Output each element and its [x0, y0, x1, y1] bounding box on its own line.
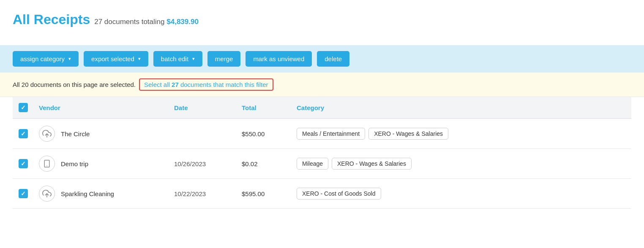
vendor-cell-inner: The Circle — [39, 126, 164, 142]
header-date: Date — [169, 97, 237, 119]
header-total: Total — [237, 97, 292, 119]
vendor-name: Demo trip — [61, 160, 88, 167]
header-checkbox[interactable]: ✓ — [19, 103, 28, 112]
delete-button[interactable]: delete — [317, 51, 349, 67]
vendor-icon — [39, 126, 55, 142]
checkbox-container: ✓ — [18, 189, 29, 198]
selection-banner: All 20 documents on this page are select… — [0, 73, 644, 97]
checkbox-container: ✓ — [18, 129, 29, 138]
total-cell: $595.00 — [237, 179, 292, 209]
export-selected-button[interactable]: export selected ▾ — [84, 51, 148, 67]
category-tag[interactable]: XERO - Wages & Salaries — [332, 158, 412, 170]
vendor-cell-inner: Demo trip — [39, 156, 164, 172]
checkbox-container: ✓ — [18, 159, 29, 168]
category-cell: XERO - Cost of Goods Sold — [292, 179, 631, 209]
table-row: ✓ Demo trip 10/26/2023$0.02MileageXERO -… — [13, 149, 631, 179]
batch-edit-dropdown-arrow: ▾ — [192, 56, 195, 62]
category-tag[interactable]: Mileage — [297, 158, 328, 170]
vendor-cell: Demo trip — [34, 149, 169, 179]
header-vendor: Vendor — [34, 97, 169, 119]
vendor-cell-inner: Sparkling Cleaning — [39, 186, 164, 202]
total-cell: $550.00 — [237, 119, 292, 149]
category-cell: MileageXERO - Wages & Salaries — [292, 149, 631, 179]
category-cell: Meals / EntertainmentXERO - Wages & Sala… — [292, 119, 631, 149]
vendor-name: Sparkling Cleaning — [61, 190, 114, 197]
page-title-row: All Receipts 27 documents totaling $4,83… — [13, 12, 631, 27]
header-checkbox-container: ✓ — [18, 103, 29, 112]
table-row: ✓ The Circle $550.00Meals / Entertainmen… — [13, 119, 631, 149]
vendor-icon — [39, 186, 55, 202]
category-tag[interactable]: Meals / Entertainment — [297, 128, 365, 140]
row-checkbox-cell: ✓ — [13, 119, 34, 149]
assign-category-dropdown-arrow: ▾ — [68, 56, 71, 62]
batch-edit-button[interactable]: batch edit ▾ — [153, 51, 202, 67]
total-amount: $4,839.90 — [166, 18, 199, 26]
selection-text: All 20 documents on this page are select… — [13, 81, 136, 88]
total-value: $0.02 — [242, 160, 258, 167]
mark-as-unviewed-button[interactable]: mark as unviewed — [246, 51, 312, 67]
page-container: All Receipts 27 documents totaling $4,83… — [0, 0, 644, 248]
vendor-icon — [39, 156, 55, 172]
category-tag[interactable]: XERO - Wages & Salaries — [368, 128, 448, 140]
vendor-cell: Sparkling Cleaning — [34, 179, 169, 209]
row-checkbox-cell: ✓ — [13, 149, 34, 179]
svg-rect-1 — [44, 160, 49, 167]
date-value: 10/22/2023 — [174, 190, 206, 197]
table-section: ✓ Vendor Date Total Category — [0, 97, 644, 209]
export-selected-dropdown-arrow: ▾ — [138, 56, 141, 62]
date-cell: 10/22/2023 — [169, 179, 237, 209]
table-header-row: ✓ Vendor Date Total Category — [13, 97, 631, 119]
doc-count-text: 27 documents totaling $4,839.90 — [94, 18, 199, 26]
select-all-link[interactable]: Select all 27 documents that match this … — [144, 81, 268, 88]
row-checkbox[interactable]: ✓ — [19, 159, 28, 168]
receipts-table: ✓ Vendor Date Total Category — [13, 97, 631, 209]
category-tag[interactable]: XERO - Cost of Goods Sold — [297, 188, 381, 199]
page-title: All Receipts — [13, 12, 90, 27]
vendor-name: The Circle — [61, 130, 90, 137]
category-tags: MileageXERO - Wages & Salaries — [297, 158, 626, 170]
date-cell: 10/26/2023 — [169, 149, 237, 179]
table-row: ✓ Sparkling Cleaning 10/22/2023$595.00XE… — [13, 179, 631, 209]
total-cell: $0.02 — [237, 149, 292, 179]
row-checkbox[interactable]: ✓ — [19, 129, 28, 138]
category-tags: XERO - Cost of Goods Sold — [297, 188, 626, 199]
header-section: All Receipts 27 documents totaling $4,83… — [0, 0, 644, 45]
category-tags: Meals / EntertainmentXERO - Wages & Sala… — [297, 128, 626, 140]
toolbar-section: assign category ▾ export selected ▾ batc… — [0, 45, 644, 73]
date-cell — [169, 119, 237, 149]
vendor-cell: The Circle — [34, 119, 169, 149]
date-value: 10/26/2023 — [174, 160, 206, 167]
header-category: Category — [292, 97, 631, 119]
total-value: $595.00 — [242, 190, 265, 197]
assign-category-button[interactable]: assign category ▾ — [13, 51, 79, 67]
header-checkbox-cell: ✓ — [13, 97, 34, 119]
total-value: $550.00 — [242, 130, 265, 137]
select-all-link-wrapper: Select all 27 documents that match this … — [139, 78, 273, 91]
row-checkbox-cell: ✓ — [13, 179, 34, 209]
merge-button[interactable]: merge — [207, 51, 241, 67]
row-checkbox[interactable]: ✓ — [19, 189, 28, 198]
